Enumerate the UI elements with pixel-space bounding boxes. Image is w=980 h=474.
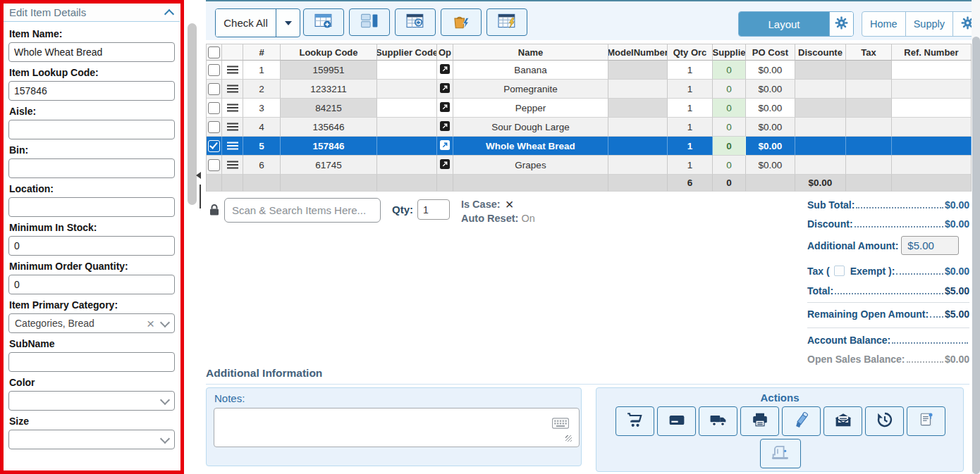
column-header-supplier-code[interactable]: Supplier Code <box>377 44 437 61</box>
column-header-lookup-code[interactable]: Lookup Code <box>281 44 377 61</box>
layout-button[interactable]: Layout <box>739 12 829 36</box>
layout-panels-button[interactable] <box>349 8 390 36</box>
dot-leader <box>892 342 968 344</box>
resize-grip[interactable] <box>565 435 572 442</box>
printer-icon <box>750 411 770 431</box>
credit-card-button[interactable] <box>657 406 696 436</box>
grid-row-pepper[interactable]: 384215Pepper10$0.00 <box>207 99 972 118</box>
column-header-discounte[interactable]: Discounte <box>795 44 846 61</box>
history-button[interactable] <box>865 406 904 436</box>
color-select[interactable] <box>8 391 175 411</box>
column-header-op[interactable]: Op <box>437 44 453 61</box>
cell-num: 1 <box>243 61 281 80</box>
row-drag-handle[interactable] <box>222 61 243 80</box>
open-item-button[interactable] <box>437 80 453 99</box>
quick-sale-bag-button[interactable] <box>441 8 482 36</box>
open-item-button[interactable] <box>437 118 453 137</box>
minimum-order-quantity-input[interactable] <box>8 275 175 294</box>
mail-button[interactable] <box>823 406 862 436</box>
column-header-qty-orc[interactable]: Qty Orc <box>668 44 713 61</box>
location-input[interactable] <box>8 197 175 217</box>
is-case-x-icon[interactable]: × <box>506 199 514 209</box>
layout-settings-button[interactable] <box>829 12 853 36</box>
sewing-machine-button[interactable] <box>760 439 801 468</box>
open-item-button[interactable] <box>437 99 453 118</box>
row-drag-handle[interactable] <box>222 137 243 156</box>
grid-row-sour-dough-large[interactable]: 4135646Sour Dough Large10$0.00 <box>207 118 972 137</box>
minimum-in-stock-label: Minimum In Stock: <box>9 222 175 233</box>
open-item-button[interactable] <box>437 61 453 80</box>
check-all-dropdown-button[interactable] <box>276 9 300 37</box>
column-header-tax[interactable]: Tax <box>846 44 892 61</box>
chevron-up-icon[interactable] <box>164 8 174 18</box>
column-header-supplie[interactable]: Supplie <box>713 44 746 61</box>
color-label: Color <box>9 377 175 388</box>
grid-lookup-icon <box>405 12 426 32</box>
cell-po_cost: $0.00 <box>746 80 795 99</box>
item-name-input[interactable] <box>8 42 175 62</box>
notes-textarea[interactable] <box>214 408 580 447</box>
panel-collapse-arrow-icon[interactable] <box>196 172 201 179</box>
row-drag-handle[interactable] <box>222 156 243 175</box>
main-area: Check All Layout Home Supply <box>206 0 972 474</box>
item-lookup-code-input[interactable] <box>8 81 175 101</box>
is-case-label: Is Case: <box>461 199 501 210</box>
scan-search-input[interactable] <box>224 198 381 223</box>
edit-panel-header[interactable]: Edit Item Details <box>4 4 180 22</box>
row-drag-handle[interactable] <box>222 99 243 118</box>
panel-splitter-handle[interactable] <box>200 185 201 208</box>
column-header--[interactable]: # <box>243 44 281 61</box>
open-item-button[interactable] <box>437 156 453 175</box>
price-gun-button[interactable] <box>782 406 821 436</box>
column-header-name[interactable]: Name <box>453 44 608 61</box>
grid-row-grapes[interactable]: 661745Grapes10$0.00 <box>207 156 972 175</box>
open-item-button[interactable] <box>437 137 453 156</box>
header-checkbox[interactable] <box>208 46 220 58</box>
printer-button[interactable] <box>740 406 779 436</box>
tax-exempt-checkbox[interactable] <box>834 266 845 276</box>
row-checkbox[interactable] <box>208 64 220 76</box>
row-checkbox[interactable] <box>208 159 220 171</box>
bin-input[interactable] <box>8 158 175 178</box>
column-header-modelnumber[interactable]: ModelNumber <box>608 44 668 61</box>
quick-grid-button[interactable] <box>486 8 527 36</box>
cell-name: Pomegranite <box>453 80 608 99</box>
truck-button[interactable] <box>699 406 737 436</box>
size-select[interactable] <box>8 430 175 449</box>
supply-button[interactable]: Supply <box>906 12 953 36</box>
note-button[interactable] <box>907 406 945 436</box>
grid-row-pomegranite[interactable]: 21233211Pomegranite10$0.00 <box>207 80 972 99</box>
clear-icon[interactable]: × <box>147 317 154 330</box>
home-button[interactable]: Home <box>862 12 905 36</box>
row-drag-handle[interactable] <box>222 118 243 137</box>
vertical-scrollbar-thumb[interactable] <box>972 37 980 474</box>
total-empty-cell <box>377 175 437 192</box>
column-header-po-cost[interactable]: PO Cost <box>746 44 795 61</box>
grid-row-whole-wheat-bread[interactable]: 5157846Whole Wheat Bread10$0.00 <box>207 137 972 156</box>
qty-input[interactable] <box>417 199 450 220</box>
item-primary-category-select[interactable]: Categories, Bread× <box>8 313 175 333</box>
cell-discounted <box>795 137 846 156</box>
new-order-grid-button[interactable] <box>303 8 344 36</box>
row-checkbox[interactable] <box>208 83 220 95</box>
additional-amount-input[interactable] <box>901 236 959 255</box>
minimum-in-stock-input[interactable] <box>8 236 175 256</box>
cell-name: Whole Wheat Bread <box>453 137 608 156</box>
chevron-down-icon <box>160 433 170 443</box>
row-checkbox[interactable] <box>208 140 220 152</box>
location-label: Location: <box>9 183 175 194</box>
aisle-input[interactable] <box>8 120 175 139</box>
grid-row-banana[interactable]: 1159951Banana10$0.00 <box>207 61 972 80</box>
cell-supplier_code <box>377 137 437 156</box>
grid-lookup-button[interactable] <box>395 8 436 36</box>
cell-num: 6 <box>243 156 281 175</box>
cart-button[interactable] <box>615 406 654 436</box>
column-header-ref-number[interactable]: Ref. Number <box>892 44 972 61</box>
keyboard-icon[interactable] <box>552 418 569 432</box>
cell-name: Pepper <box>453 99 608 118</box>
row-checkbox[interactable] <box>208 121 220 133</box>
subname-input[interactable] <box>8 352 175 372</box>
row-drag-handle[interactable] <box>222 80 243 99</box>
row-checkbox[interactable] <box>208 102 220 114</box>
check-all-button[interactable]: Check All <box>216 9 276 37</box>
